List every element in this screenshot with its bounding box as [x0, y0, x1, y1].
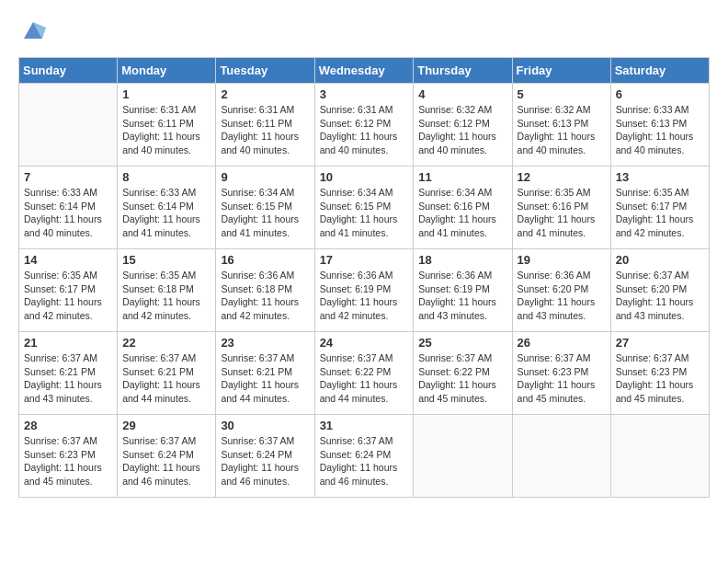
day-number: 29: [122, 419, 210, 432]
day-number: 23: [221, 336, 309, 350]
week-row-2: 7 Sunrise: 6:33 AMSunset: 6:14 PMDayligh…: [19, 167, 710, 249]
header-sunday: Sunday: [19, 58, 118, 84]
day-number: 6: [616, 87, 704, 101]
day-number: 3: [320, 87, 409, 101]
day-cell: 28 Sunrise: 6:37 AMSunset: 6:23 PMDaylig…: [19, 415, 118, 498]
day-cell: 19 Sunrise: 6:36 AMSunset: 6:20 PMDaylig…: [512, 249, 610, 332]
day-cell: 20 Sunrise: 6:37 AMSunset: 6:20 PMDaylig…: [610, 249, 709, 332]
day-number: 16: [221, 253, 309, 267]
day-number: 12: [518, 170, 606, 184]
day-number: 24: [320, 336, 409, 350]
day-cell: [610, 415, 709, 498]
day-cell: [19, 84, 118, 167]
day-number: 8: [122, 170, 210, 184]
day-cell: 16 Sunrise: 6:36 AMSunset: 6:18 PMDaylig…: [216, 249, 314, 332]
day-info: Sunrise: 6:35 AMSunset: 6:17 PMDaylight:…: [616, 186, 704, 240]
day-number: 26: [518, 336, 606, 350]
day-number: 25: [418, 336, 506, 350]
day-info: Sunrise: 6:37 AMSunset: 6:24 PMDaylight:…: [122, 434, 210, 488]
day-cell: 17 Sunrise: 6:36 AMSunset: 6:19 PMDaylig…: [314, 249, 414, 332]
day-number: 9: [221, 170, 309, 184]
day-number: 20: [616, 253, 704, 267]
day-number: 27: [616, 336, 704, 350]
day-cell: 12 Sunrise: 6:35 AMSunset: 6:16 PMDaylig…: [512, 167, 610, 249]
day-cell: 27 Sunrise: 6:37 AMSunset: 6:23 PMDaylig…: [610, 332, 709, 415]
day-info: Sunrise: 6:37 AMSunset: 6:21 PMDaylight:…: [221, 351, 309, 406]
day-number: 7: [24, 170, 112, 184]
day-info: Sunrise: 6:37 AMSunset: 6:24 PMDaylight:…: [320, 434, 409, 488]
day-cell: 21 Sunrise: 6:37 AMSunset: 6:21 PMDaylig…: [19, 332, 118, 415]
day-number: 11: [418, 170, 506, 184]
day-info: Sunrise: 6:33 AMSunset: 6:14 PMDaylight:…: [122, 186, 210, 240]
day-cell: 29 Sunrise: 6:37 AMSunset: 6:24 PMDaylig…: [118, 415, 216, 498]
day-info: Sunrise: 6:36 AMSunset: 6:19 PMDaylight:…: [320, 269, 409, 323]
day-cell: [414, 415, 512, 498]
day-number: 14: [24, 253, 112, 267]
logo: [18, 18, 46, 42]
day-info: Sunrise: 6:36 AMSunset: 6:19 PMDaylight:…: [418, 269, 506, 323]
header-saturday: Saturday: [610, 58, 709, 84]
day-number: 19: [518, 253, 606, 267]
header-wednesday: Wednesday: [314, 58, 414, 84]
day-info: Sunrise: 6:37 AMSunset: 6:23 PMDaylight:…: [518, 351, 606, 406]
day-number: 2: [221, 87, 309, 101]
day-info: Sunrise: 6:37 AMSunset: 6:23 PMDaylight:…: [616, 351, 704, 406]
day-info: Sunrise: 6:32 AMSunset: 6:13 PMDaylight:…: [518, 103, 606, 157]
day-info: Sunrise: 6:37 AMSunset: 6:23 PMDaylight:…: [24, 434, 112, 488]
day-cell: [512, 415, 610, 498]
day-info: Sunrise: 6:37 AMSunset: 6:21 PMDaylight:…: [24, 351, 112, 406]
day-cell: 4 Sunrise: 6:32 AMSunset: 6:12 PMDayligh…: [414, 84, 512, 167]
day-number: 4: [418, 87, 506, 101]
day-info: Sunrise: 6:37 AMSunset: 6:22 PMDaylight:…: [418, 351, 506, 406]
day-cell: 7 Sunrise: 6:33 AMSunset: 6:14 PMDayligh…: [19, 167, 118, 249]
day-info: Sunrise: 6:32 AMSunset: 6:12 PMDaylight:…: [418, 103, 506, 157]
calendar-header-row: SundayMondayTuesdayWednesdayThursdayFrid…: [19, 58, 710, 84]
day-number: 30: [221, 419, 309, 432]
page-header: [18, 18, 710, 42]
day-number: 17: [320, 253, 409, 267]
calendar-table: SundayMondayTuesdayWednesdayThursdayFrid…: [18, 57, 710, 498]
day-number: 1: [122, 87, 210, 101]
day-cell: 8 Sunrise: 6:33 AMSunset: 6:14 PMDayligh…: [118, 167, 216, 249]
day-number: 10: [320, 170, 409, 184]
day-number: 18: [418, 253, 506, 267]
day-cell: 9 Sunrise: 6:34 AMSunset: 6:15 PMDayligh…: [216, 167, 314, 249]
day-cell: 18 Sunrise: 6:36 AMSunset: 6:19 PMDaylig…: [414, 249, 512, 332]
header-thursday: Thursday: [414, 58, 512, 84]
day-cell: 5 Sunrise: 6:32 AMSunset: 6:13 PMDayligh…: [512, 84, 610, 167]
day-info: Sunrise: 6:37 AMSunset: 6:24 PMDaylight:…: [221, 434, 309, 488]
week-row-1: 1 Sunrise: 6:31 AMSunset: 6:11 PMDayligh…: [19, 84, 710, 167]
day-number: 5: [518, 87, 606, 101]
day-cell: 22 Sunrise: 6:37 AMSunset: 6:21 PMDaylig…: [118, 332, 216, 415]
day-info: Sunrise: 6:31 AMSunset: 6:11 PMDaylight:…: [221, 103, 309, 157]
day-cell: 6 Sunrise: 6:33 AMSunset: 6:13 PMDayligh…: [610, 84, 709, 167]
day-number: 15: [122, 253, 210, 267]
day-cell: 2 Sunrise: 6:31 AMSunset: 6:11 PMDayligh…: [216, 84, 314, 167]
day-info: Sunrise: 6:35 AMSunset: 6:18 PMDaylight:…: [122, 269, 210, 323]
day-cell: 1 Sunrise: 6:31 AMSunset: 6:11 PMDayligh…: [118, 84, 216, 167]
day-cell: 25 Sunrise: 6:37 AMSunset: 6:22 PMDaylig…: [414, 332, 512, 415]
day-number: 28: [24, 419, 112, 432]
day-cell: 23 Sunrise: 6:37 AMSunset: 6:21 PMDaylig…: [216, 332, 314, 415]
day-info: Sunrise: 6:37 AMSunset: 6:21 PMDaylight:…: [122, 351, 210, 406]
logo-icon: [20, 18, 46, 42]
header-monday: Monday: [118, 58, 216, 84]
day-number: 31: [320, 419, 409, 432]
day-info: Sunrise: 6:36 AMSunset: 6:20 PMDaylight:…: [518, 269, 606, 323]
week-row-5: 28 Sunrise: 6:37 AMSunset: 6:23 PMDaylig…: [19, 415, 710, 498]
day-cell: 15 Sunrise: 6:35 AMSunset: 6:18 PMDaylig…: [118, 249, 216, 332]
day-info: Sunrise: 6:37 AMSunset: 6:22 PMDaylight:…: [320, 351, 409, 406]
week-row-3: 14 Sunrise: 6:35 AMSunset: 6:17 PMDaylig…: [19, 249, 710, 332]
day-cell: 31 Sunrise: 6:37 AMSunset: 6:24 PMDaylig…: [314, 415, 414, 498]
day-cell: 3 Sunrise: 6:31 AMSunset: 6:12 PMDayligh…: [314, 84, 414, 167]
day-info: Sunrise: 6:34 AMSunset: 6:16 PMDaylight:…: [418, 186, 506, 240]
day-info: Sunrise: 6:37 AMSunset: 6:20 PMDaylight:…: [616, 269, 704, 323]
header-tuesday: Tuesday: [216, 58, 314, 84]
day-cell: 26 Sunrise: 6:37 AMSunset: 6:23 PMDaylig…: [512, 332, 610, 415]
day-info: Sunrise: 6:34 AMSunset: 6:15 PMDaylight:…: [320, 186, 409, 240]
day-number: 22: [122, 336, 210, 350]
day-info: Sunrise: 6:33 AMSunset: 6:13 PMDaylight:…: [616, 103, 704, 157]
week-row-4: 21 Sunrise: 6:37 AMSunset: 6:21 PMDaylig…: [19, 332, 710, 415]
day-info: Sunrise: 6:33 AMSunset: 6:14 PMDaylight:…: [24, 186, 112, 240]
day-number: 21: [24, 336, 112, 350]
